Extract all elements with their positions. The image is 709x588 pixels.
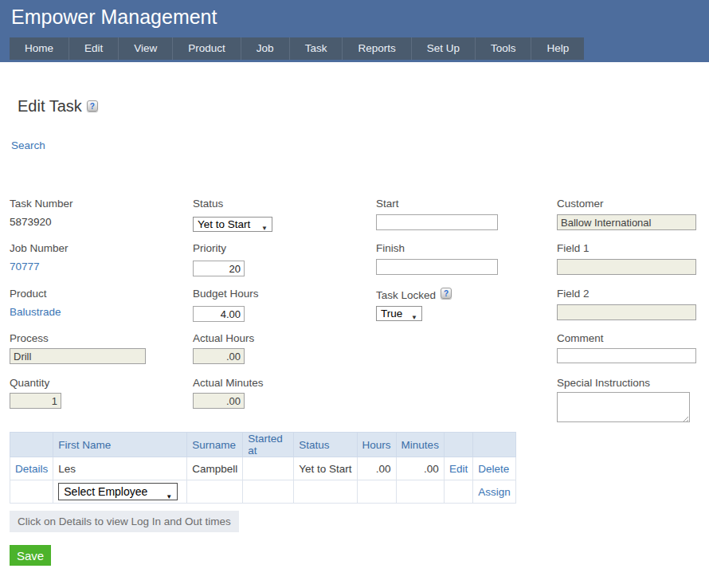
edit-column-header <box>444 433 472 457</box>
app-header: Empower Management Home Edit View Produc… <box>0 0 709 62</box>
product-link[interactable]: Balustrade <box>10 306 61 318</box>
process-input <box>10 348 146 364</box>
field2-label: Field 2 <box>557 288 590 300</box>
job-number-link[interactable]: 70777 <box>10 261 40 272</box>
app-title: Empower Management <box>11 6 217 29</box>
status-label: Status <box>193 198 223 210</box>
customer-label: Customer <box>557 198 604 210</box>
chevron-down-icon: ▼ <box>166 489 172 504</box>
started-at-cell <box>243 457 294 480</box>
status-column-header: Status <box>294 433 357 457</box>
table-header-row: First Name Surname Started at Status Hou… <box>10 433 516 457</box>
help-icon[interactable]: ? <box>87 100 98 112</box>
actual-hours-input <box>193 348 245 364</box>
field1-label: Field 1 <box>557 242 590 254</box>
status-select-value: Yet to Start <box>198 218 250 230</box>
start-label: Start <box>376 198 399 210</box>
product-label: Product <box>10 288 47 300</box>
assign-link[interactable]: Assign <box>478 486 511 498</box>
nav-item-home[interactable]: Home <box>10 37 69 60</box>
nav-item-help[interactable]: Help <box>531 37 584 60</box>
actual-minutes-label: Actual Minutes <box>193 377 264 389</box>
nav-item-task[interactable]: Task <box>290 37 343 60</box>
nav-item-view[interactable]: View <box>119 37 173 60</box>
save-button[interactable]: Save <box>10 545 51 566</box>
nav-item-tools[interactable]: Tools <box>476 37 532 60</box>
task-locked-select[interactable]: True ▼ <box>376 306 422 321</box>
minutes-column-header: Minutes <box>396 433 444 457</box>
details-column-header <box>10 433 53 457</box>
task-locked-label: Task Locked? <box>376 288 452 301</box>
priority-label: Priority <box>193 242 226 254</box>
details-link[interactable]: Details <box>15 463 48 475</box>
first-name-column-header: First Name <box>53 433 187 457</box>
minutes-cell: .00 <box>396 457 444 480</box>
nav-item-product[interactable]: Product <box>173 37 241 60</box>
actual-minutes-input <box>193 393 245 409</box>
first-name-cell: Les <box>53 457 187 480</box>
priority-input[interactable] <box>193 261 245 276</box>
quantity-input <box>10 393 61 409</box>
select-employee-dropdown[interactable]: Select Employee ▼ <box>58 483 178 500</box>
nav-item-edit[interactable]: Edit <box>69 37 119 60</box>
delete-column-header <box>473 433 516 457</box>
finish-label: Finish <box>376 242 405 254</box>
edit-link[interactable]: Edit <box>449 463 468 475</box>
budget-hours-input[interactable] <box>193 306 245 322</box>
select-employee-value: Select Employee <box>64 485 147 498</box>
process-label: Process <box>10 332 49 344</box>
job-number-label: Job Number <box>10 242 69 254</box>
delete-link[interactable]: Delete <box>478 463 509 475</box>
status-cell: Yet to Start <box>294 457 357 480</box>
page: Empower Management Home Edit View Produc… <box>0 0 709 588</box>
field1-input <box>557 259 696 275</box>
help-icon[interactable]: ? <box>441 288 452 299</box>
start-input[interactable] <box>376 214 498 230</box>
nav-item-reports[interactable]: Reports <box>343 37 411 60</box>
task-number-label: Task Number <box>10 198 73 210</box>
hours-column-header: Hours <box>357 433 396 457</box>
search-link[interactable]: Search <box>11 139 45 151</box>
nav-item-job[interactable]: Job <box>241 37 290 60</box>
table-row: Details Les Campbell Yet to Start .00 .0… <box>10 457 516 480</box>
surname-cell: Campbell <box>187 457 243 480</box>
special-instructions-label: Special Instructions <box>557 377 650 389</box>
customer-input <box>557 214 696 230</box>
status-select[interactable]: Yet to Start ▼ <box>193 217 272 232</box>
details-hint-text: Click on Details to view Log In and Out … <box>10 511 239 532</box>
chevron-down-icon: ▼ <box>411 311 417 324</box>
comment-input[interactable] <box>557 348 696 363</box>
task-locked-select-value: True <box>381 308 402 319</box>
budget-hours-label: Budget Hours <box>193 288 259 300</box>
started-at-column-header: Started at <box>243 433 294 457</box>
nav-item-setup[interactable]: Set Up <box>412 37 476 60</box>
special-instructions-textarea[interactable] <box>557 392 690 422</box>
assign-row: Select Employee ▼ Assign <box>10 480 516 504</box>
actual-hours-label: Actual Hours <box>193 332 254 344</box>
finish-input[interactable] <box>376 259 498 275</box>
surname-column-header: Surname <box>187 433 243 457</box>
comment-label: Comment <box>557 332 604 344</box>
chevron-down-icon: ▼ <box>261 221 268 235</box>
quantity-label: Quantity <box>10 377 49 389</box>
hours-cell: .00 <box>357 457 396 480</box>
main-nav: Home Edit View Product Job Task Reports … <box>10 37 584 60</box>
employees-table: First Name Surname Started at Status Hou… <box>10 432 516 504</box>
field2-input <box>557 304 696 320</box>
task-number-value: 5873920 <box>10 216 52 228</box>
page-title: Edit Task? <box>18 97 98 116</box>
